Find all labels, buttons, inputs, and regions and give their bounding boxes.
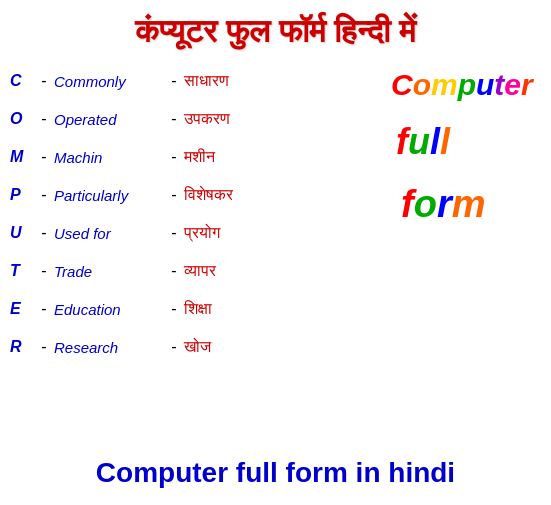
hindi-cell: साधारण: [184, 72, 229, 90]
dash1-cell: -: [34, 300, 54, 318]
word-computer-display: Computer: [391, 68, 533, 101]
letter-cell: R: [10, 338, 34, 356]
letter-cell: T: [10, 262, 34, 280]
hindi-cell: शिक्षा: [184, 300, 212, 318]
footer-title: Computer full form in hindi: [0, 451, 551, 497]
word-form-display: form: [401, 183, 485, 226]
table-row: R - Research - खोज: [10, 328, 371, 366]
dash2-cell: -: [164, 262, 184, 280]
letter-cell: E: [10, 300, 34, 318]
table-row: U - Used for - प्रयोग: [10, 214, 371, 252]
dash1-cell: -: [34, 148, 54, 166]
english-cell: Research: [54, 339, 164, 356]
table-row: O - Operated - उपकरण: [10, 100, 371, 138]
letter-cell: C: [10, 72, 34, 90]
english-cell: Trade: [54, 263, 164, 280]
english-cell: Used for: [54, 225, 164, 242]
table-row: T - Trade - व्यापर: [10, 252, 371, 290]
title-hindi: कंप्यूटर फुल फॉर्म हिन्दी में: [0, 0, 551, 58]
dash1-cell: -: [34, 224, 54, 242]
english-cell: Education: [54, 301, 164, 318]
right-words: Computer full form: [381, 58, 551, 370]
dash2-cell: -: [164, 186, 184, 204]
english-cell: Machin: [54, 149, 164, 166]
hindi-cell: विशेषकर: [184, 186, 233, 204]
dash1-cell: -: [34, 338, 54, 356]
letter-cell: O: [10, 110, 34, 128]
dash2-cell: -: [164, 110, 184, 128]
hindi-cell: प्रयोग: [184, 224, 220, 242]
dash1-cell: -: [34, 72, 54, 90]
table-row: M - Machin - मशीन: [10, 138, 371, 176]
letter-cell: M: [10, 148, 34, 166]
table-row: E - Education - शिक्षा: [10, 290, 371, 328]
dash2-cell: -: [164, 338, 184, 356]
dash1-cell: -: [34, 110, 54, 128]
dash2-cell: -: [164, 72, 184, 90]
english-cell: Particularly: [54, 187, 164, 204]
dash2-cell: -: [164, 300, 184, 318]
word-full-display: full: [396, 121, 450, 163]
dash1-cell: -: [34, 262, 54, 280]
table-row: P - Particularly - विशेषकर: [10, 176, 371, 214]
acronym-table: C - Commonly - साधारण O - Operated - उपक…: [0, 58, 381, 370]
hindi-cell: मशीन: [184, 148, 215, 166]
hindi-cell: व्यापर: [184, 262, 216, 280]
letter-cell: U: [10, 224, 34, 242]
dash2-cell: -: [164, 148, 184, 166]
table-row: C - Commonly - साधारण: [10, 62, 371, 100]
english-cell: Operated: [54, 111, 164, 128]
dash1-cell: -: [34, 186, 54, 204]
hindi-cell: खोज: [184, 338, 211, 356]
letter-cell: P: [10, 186, 34, 204]
english-cell: Commonly: [54, 73, 164, 90]
dash2-cell: -: [164, 224, 184, 242]
hindi-cell: उपकरण: [184, 110, 230, 128]
